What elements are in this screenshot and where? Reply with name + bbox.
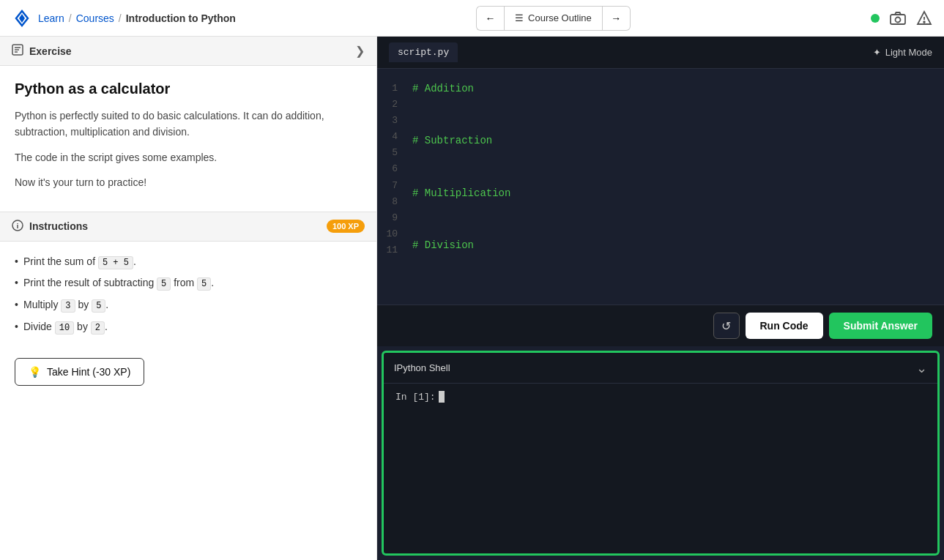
code-line-11 xyxy=(412,255,938,272)
outline-label: Course Outline xyxy=(528,12,592,23)
line-numbers: 1 2 3 4 5 6 7 8 9 10 11 xyxy=(377,69,406,305)
code-line-4: # Subtraction xyxy=(412,132,938,150)
camera-button[interactable] xyxy=(890,12,906,25)
right-panel: script.py ✦ Light Mode 1 2 3 4 5 6 7 8 9 xyxy=(377,37,944,560)
alert-button[interactable] xyxy=(916,10,932,26)
code-editor[interactable]: 1 2 3 4 5 6 7 8 9 10 11 # Addition # S xyxy=(377,69,944,305)
shell-tab-label[interactable]: IPython Shell xyxy=(394,362,450,373)
instruction-text-2: Print the result of subtracting 5 from 5… xyxy=(23,277,214,288)
reset-icon: ↺ xyxy=(721,319,731,333)
dc-logo-icon xyxy=(12,8,32,29)
left-panel: Exercise ❯ Python as a calculator Python… xyxy=(0,37,377,560)
nav-left: Learn / Courses / Introduction to Python xyxy=(12,8,236,29)
code-line-8 xyxy=(412,203,938,220)
code-line-1: # Addition xyxy=(412,81,938,98)
shell-prompt: In [1]: xyxy=(395,391,926,403)
exercise-title: Python as a calculator xyxy=(15,81,362,97)
exercise-body: Python as a calculator Python is perfect… xyxy=(0,66,376,212)
shell-tab-bar: IPython Shell ⌄ xyxy=(384,353,937,384)
run-code-button[interactable]: Run Code xyxy=(746,313,823,339)
nav-forward-button[interactable]: → xyxy=(603,6,631,31)
code-line-2 xyxy=(412,98,938,116)
exercise-header-title-group: Exercise xyxy=(12,44,72,58)
instruction-text-4: Divide 10 by 2. xyxy=(23,321,108,332)
nav-center: ← ☰ Course Outline → xyxy=(476,6,631,31)
exercise-header: Exercise ❯ xyxy=(0,37,376,66)
code-line-3 xyxy=(412,116,938,133)
shell-prompt-text: In [1]: xyxy=(395,392,436,403)
code-line-10: # Division xyxy=(412,237,938,255)
instructions-header: Instructions 100 XP xyxy=(0,212,376,242)
list-item: Divide 10 by 2. xyxy=(15,318,362,336)
status-indicator xyxy=(871,14,880,23)
sun-icon: ✦ xyxy=(873,47,881,58)
shell-toggle-button[interactable]: ⌄ xyxy=(916,360,927,376)
breadcrumb-sep1: / xyxy=(69,12,72,24)
hint-button[interactable]: 💡 Take Hint (-30 XP) xyxy=(15,358,144,386)
editor-tab-bar: script.py ✦ Light Mode xyxy=(377,37,944,69)
code-line-6 xyxy=(412,168,938,185)
svg-point-1 xyxy=(895,17,900,22)
chevron-down-icon: ⌄ xyxy=(916,361,927,376)
collapse-button[interactable]: ❯ xyxy=(355,44,365,58)
instructions-header-title-group: Instructions xyxy=(12,220,88,234)
instructions-label: Instructions xyxy=(29,220,88,232)
instructions-icon xyxy=(12,220,23,234)
hamburger-icon: ☰ xyxy=(515,12,524,23)
lightbulb-icon: 💡 xyxy=(29,366,41,378)
exercise-desc-2: The code in the script gives some exampl… xyxy=(15,149,362,165)
reset-button[interactable]: ↺ xyxy=(713,313,740,339)
breadcrumb-courses[interactable]: Courses xyxy=(76,12,114,24)
list-item: Print the sum of 5 + 5. xyxy=(15,253,362,271)
code-line-5 xyxy=(412,150,938,168)
code-line-7: # Multiplication xyxy=(412,185,938,203)
shell-cursor xyxy=(439,391,445,403)
exercise-desc-1: Python is perfectly suited to do basic c… xyxy=(15,108,362,141)
editor-area: script.py ✦ Light Mode 1 2 3 4 5 6 7 8 9 xyxy=(377,37,944,346)
code-content[interactable]: # Addition # Subtraction # Multiplicatio… xyxy=(406,69,944,305)
instructions-list: Print the sum of 5 + 5. Print the result… xyxy=(0,242,376,352)
nav-back-button[interactable]: ← xyxy=(476,6,504,31)
ipython-shell: IPython Shell ⌄ In [1]: xyxy=(382,351,940,556)
exercise-desc-3: Now it's your turn to practice! xyxy=(15,174,362,190)
svg-point-3 xyxy=(923,21,925,23)
list-item: Print the result of subtracting 5 from 5… xyxy=(15,275,362,292)
list-item: Multiply 3 by 5. xyxy=(15,296,362,314)
light-mode-label: Light Mode xyxy=(885,47,932,58)
shell-content[interactable]: In [1]: xyxy=(384,384,937,553)
breadcrumb-learn[interactable]: Learn xyxy=(38,12,64,24)
breadcrumb: Learn / Courses / Introduction to Python xyxy=(38,12,236,24)
main-content: Exercise ❯ Python as a calculator Python… xyxy=(0,37,944,560)
exercise-icon xyxy=(12,44,23,58)
light-mode-button[interactable]: ✦ Light Mode xyxy=(873,47,932,58)
xp-badge: 100 XP xyxy=(327,220,365,233)
hint-label: Take Hint (-30 XP) xyxy=(47,366,130,378)
breadcrumb-sep2: / xyxy=(119,12,122,24)
editor-tab[interactable]: script.py xyxy=(389,42,458,62)
editor-actions: ↺ Run Code Submit Answer xyxy=(377,305,944,346)
submit-answer-button[interactable]: Submit Answer xyxy=(829,313,932,339)
exercise-header-label: Exercise xyxy=(29,45,72,57)
instruction-text-1: Print the sum of 5 + 5. xyxy=(23,255,136,267)
instruction-text-3: Multiply 3 by 5. xyxy=(23,299,108,310)
breadcrumb-current: Introduction to Python xyxy=(126,12,236,24)
course-outline-button[interactable]: ☰ Course Outline xyxy=(504,6,603,31)
code-line-9 xyxy=(412,220,938,237)
nav-right xyxy=(871,10,932,26)
top-nav: Learn / Courses / Introduction to Python… xyxy=(0,0,944,37)
